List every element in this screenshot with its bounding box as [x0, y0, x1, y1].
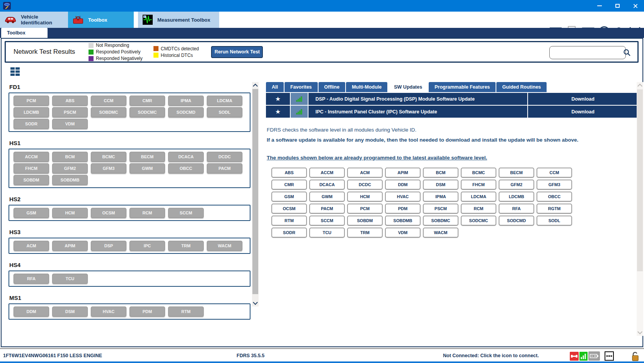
module-button[interactable]: GSM [14, 208, 49, 218]
module-button[interactable]: RFA [499, 204, 534, 214]
module-button[interactable]: CMR [129, 96, 165, 106]
module-button[interactable]: FHCM [461, 180, 496, 190]
datalogger-button[interactable] [605, 351, 614, 361]
module-button[interactable]: RFA [14, 274, 49, 284]
module-button[interactable]: PDM [129, 306, 165, 317]
vci-status-button[interactable] [570, 352, 579, 361]
module-button[interactable]: SODCMC [461, 216, 496, 226]
module-button[interactable]: OBCC [537, 192, 572, 202]
module-button[interactable]: SCCM [168, 208, 204, 218]
module-button[interactable]: TRM [168, 241, 204, 251]
module-button[interactable]: RTM [168, 306, 204, 317]
toolbox-tab[interactable]: All [266, 82, 284, 92]
module-button[interactable]: SOBDM [347, 216, 383, 226]
module-button[interactable]: SODCMD [168, 107, 204, 117]
module-button[interactable]: SOBDMB [385, 216, 421, 226]
search-icon[interactable] [623, 49, 631, 57]
download-button[interactable]: Download [528, 106, 638, 118]
toolbox-tab[interactable]: Favorites [285, 82, 318, 92]
module-button[interactable]: LDCMB [499, 192, 534, 202]
favorite-button[interactable]: ★ [266, 106, 290, 118]
module-button[interactable]: SODR [271, 228, 307, 238]
module-button[interactable]: FHCM [14, 163, 49, 173]
module-button[interactable]: BECM [129, 152, 165, 162]
module-button[interactable]: VDM [52, 119, 88, 129]
scroll-up-button[interactable] [252, 82, 259, 89]
module-button[interactable]: IPC [129, 241, 165, 251]
toolbox-tab[interactable]: Multi-Module [346, 82, 387, 92]
module-button[interactable]: GSM [271, 192, 307, 202]
module-button[interactable]: TCU [309, 228, 345, 238]
module-button[interactable]: WACM [207, 241, 242, 251]
module-button[interactable]: BECM [499, 168, 534, 178]
module-button[interactable]: DDM [385, 180, 421, 190]
module-button[interactable]: WACM [423, 228, 458, 238]
module-button[interactable]: LDCMB [14, 107, 49, 117]
module-button[interactable]: RCM [129, 208, 165, 218]
module-button[interactable]: HCM [347, 192, 383, 202]
module-button[interactable]: PCM [347, 204, 383, 214]
module-button[interactable]: ABS [271, 168, 307, 178]
toolbox-tab[interactable]: Programmable Features [429, 82, 496, 92]
module-button[interactable]: DCDC [347, 180, 383, 190]
module-button[interactable]: RCM [461, 204, 496, 214]
scrollbar-thumb[interactable] [637, 89, 643, 271]
module-button[interactable]: SOBDMC [91, 107, 126, 117]
module-button[interactable]: DSM [423, 180, 458, 190]
security-unlock-button[interactable] [632, 351, 639, 361]
module-button[interactable]: BCMC [91, 152, 126, 162]
module-button[interactable]: CCM [537, 168, 572, 178]
module-button[interactable]: SCCM [309, 216, 345, 226]
scrollbar-thumb[interactable] [252, 89, 258, 294]
module-button[interactable]: HVAC [385, 192, 421, 202]
module-button[interactable]: DSP [91, 241, 126, 251]
module-button[interactable]: OCSM [271, 204, 307, 214]
module-button[interactable]: SODR [14, 119, 49, 129]
minimize-button[interactable] [591, 0, 608, 12]
scroll-up-button[interactable] [637, 82, 643, 89]
module-button[interactable]: RTM [271, 216, 307, 226]
close-button[interactable] [626, 0, 644, 12]
grid-view-icon[interactable] [10, 67, 251, 76]
module-button[interactable]: CCM [91, 96, 126, 106]
network-status-button[interactable] [579, 352, 588, 361]
module-button[interactable]: PACM [309, 204, 345, 214]
module-button[interactable]: SODCMC [129, 107, 165, 117]
module-button[interactable]: SODL [537, 216, 572, 226]
favorite-button[interactable]: ★ [266, 93, 290, 105]
tab-toolbox[interactable]: Toolbox [1, 28, 48, 38]
module-button[interactable]: GFM2 [52, 163, 88, 173]
module-button[interactable]: OCSM [91, 208, 126, 218]
module-button[interactable]: BCM [423, 168, 458, 178]
module-button[interactable]: DDM [14, 306, 49, 317]
scroll-down-button[interactable] [252, 300, 259, 306]
module-button[interactable]: ACM [347, 168, 383, 178]
module-button[interactable]: VDM [385, 228, 421, 238]
module-button[interactable]: PDM [385, 204, 421, 214]
module-button[interactable]: DCACA [168, 152, 204, 162]
module-button[interactable]: RGTM [537, 204, 572, 214]
battery-status-button[interactable] [588, 351, 600, 361]
module-button[interactable]: DCDC [207, 152, 242, 162]
module-button[interactable]: PACM [207, 163, 242, 173]
module-button[interactable]: GFM3 [537, 180, 572, 190]
module-button[interactable]: LDCMA [207, 96, 242, 106]
toolbox-tab[interactable]: Offline [319, 82, 346, 92]
module-button[interactable]: APIM [385, 168, 421, 178]
module-button[interactable]: GFM3 [91, 163, 126, 173]
module-button[interactable]: TCU [52, 274, 88, 284]
module-button[interactable]: GWM [309, 192, 345, 202]
right-scrollbar[interactable] [637, 82, 643, 336]
module-button[interactable]: APIM [52, 241, 88, 251]
module-button[interactable]: SODCMD [499, 216, 534, 226]
module-button[interactable]: BCM [52, 152, 88, 162]
module-button[interactable]: LDCMA [461, 192, 496, 202]
toolbox-tab[interactable]: SW Updates [388, 82, 428, 92]
nav-tab-toolbox[interactable]: Toolbox [68, 12, 134, 28]
module-button[interactable]: OBCC [168, 163, 204, 173]
module-button[interactable]: ACM [14, 241, 49, 251]
module-button[interactable]: PSCM [52, 107, 88, 117]
module-button[interactable]: SOBDM [14, 175, 49, 185]
module-button[interactable]: ACCM [14, 152, 49, 162]
module-button[interactable]: PSCM [423, 204, 458, 214]
